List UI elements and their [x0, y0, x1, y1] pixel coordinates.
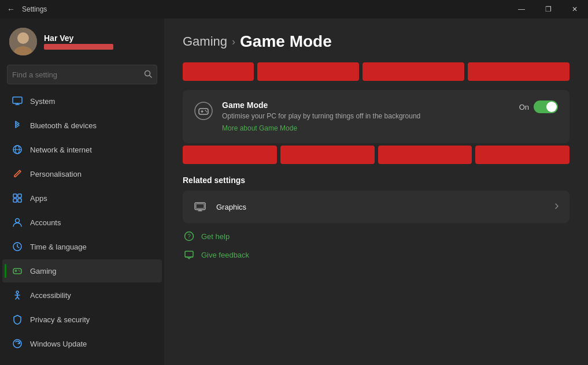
sidebar-item-bluetooth[interactable]: Bluetooth & devices: [2, 114, 162, 137]
app-title: Settings: [22, 5, 47, 13]
sidebar: Har Vey System: [0, 18, 164, 365]
redacted-block-4: [475, 146, 569, 164]
tab-redacted-1[interactable]: [183, 62, 254, 81]
game-mode-toggle[interactable]: [534, 100, 558, 113]
page-title: Game Mode: [240, 32, 332, 51]
svg-text:?: ?: [187, 233, 191, 240]
network-icon: [12, 144, 23, 155]
sidebar-item-privacy[interactable]: Privacy & security: [2, 308, 162, 331]
help-links: ? Get help Give feedback: [183, 230, 569, 261]
svg-rect-5: [13, 97, 22, 103]
update-icon: [12, 338, 23, 349]
breadcrumb-separator: ›: [232, 36, 235, 48]
update-label: Windows Update: [30, 340, 87, 348]
apps-label: Apps: [30, 194, 47, 203]
maximize-button[interactable]: ❐: [535, 0, 561, 18]
svg-point-20: [19, 270, 20, 271]
game-mode-title: Game Mode: [222, 100, 510, 110]
search-icon: [144, 70, 152, 80]
get-help-icon: ?: [183, 230, 195, 243]
personalisation-label: Personalisation: [30, 170, 82, 178]
game-mode-desc: Optimise your PC for play by turning thi…: [222, 112, 510, 120]
game-mode-icon: [194, 102, 213, 120]
sidebar-item-accessibility[interactable]: Accessibility: [2, 284, 162, 307]
graphics-label: Graphics: [216, 203, 553, 211]
minimize-button[interactable]: —: [508, 0, 535, 18]
privacy-label: Privacy & security: [30, 315, 90, 324]
search-box[interactable]: [7, 65, 157, 84]
sidebar-item-accounts[interactable]: Accounts: [2, 211, 162, 234]
gaming-label: Gaming: [30, 267, 57, 275]
graphics-item[interactable]: Graphics: [183, 191, 569, 223]
game-mode-card: Game Mode Optimise your PC for play by t…: [183, 90, 569, 143]
redacted-block-1: [183, 146, 277, 164]
graphics-icon: [192, 199, 208, 215]
search-input[interactable]: [12, 70, 144, 79]
tab-redacted-2[interactable]: [257, 62, 359, 81]
sidebar-item-update[interactable]: Windows Update: [2, 332, 162, 355]
user-email-redacted: [44, 44, 113, 50]
tabs-row: [183, 62, 569, 81]
svg-point-15: [16, 219, 20, 223]
svg-point-21: [19, 271, 20, 272]
accessibility-icon: [12, 289, 23, 301]
svg-rect-40: [185, 251, 193, 257]
redacted-block-3: [378, 146, 472, 164]
get-help-link[interactable]: ? Get help: [183, 230, 569, 243]
give-feedback-label: Give feedback: [201, 251, 249, 259]
get-help-label: Get help: [201, 232, 230, 241]
avatar-image: [9, 28, 37, 55]
bluetooth-icon: [12, 120, 23, 131]
svg-rect-12: [18, 194, 21, 198]
accounts-label: Accounts: [30, 218, 61, 227]
close-button[interactable]: ✕: [561, 0, 588, 18]
apps-icon: [12, 192, 23, 204]
system-label: System: [30, 97, 55, 106]
sidebar-item-gaming[interactable]: Gaming: [2, 259, 162, 282]
network-label: Network & internet: [30, 146, 92, 154]
game-mode-content: Game Mode Optimise your PC for play by t…: [194, 100, 558, 133]
gaming-icon: [12, 265, 23, 277]
game-mode-info: Game Mode Optimise your PC for play by t…: [222, 100, 510, 133]
svg-rect-14: [18, 199, 21, 202]
sidebar-item-network[interactable]: Network & internet: [2, 138, 162, 161]
svg-line-26: [17, 297, 19, 299]
sidebar-item-personalisation[interactable]: Personalisation: [2, 162, 162, 185]
toggle-knob: [546, 102, 557, 112]
related-settings-title: Related settings: [183, 176, 569, 185]
title-bar-left: ← Settings: [7, 5, 47, 14]
back-button[interactable]: ←: [7, 5, 15, 14]
tab-redacted-3[interactable]: [363, 62, 464, 81]
user-section[interactable]: Har Vey: [0, 18, 164, 62]
redacted-block-2: [280, 146, 375, 164]
user-info: Har Vey: [44, 33, 113, 50]
personalisation-icon: [12, 168, 23, 180]
give-feedback-link[interactable]: Give feedback: [183, 248, 569, 261]
svg-point-1: [17, 32, 29, 44]
sidebar-item-apps[interactable]: Apps: [2, 187, 162, 210]
title-bar-controls: — ❐ ✕: [508, 0, 588, 18]
breadcrumb-parent[interactable]: Gaming: [183, 34, 227, 49]
toggle-area: On: [519, 100, 558, 113]
svg-point-33: [206, 111, 208, 113]
graphics-chevron: [553, 202, 560, 211]
give-feedback-icon: [183, 248, 195, 261]
svg-rect-17: [13, 269, 21, 274]
time-label: Time & language: [30, 243, 87, 251]
tab-redacted-4[interactable]: [468, 62, 569, 81]
toggle-label: On: [519, 103, 529, 111]
breadcrumb: Gaming › Game Mode: [183, 32, 569, 51]
app-body: Har Vey System: [0, 18, 588, 365]
user-name: Har Vey: [44, 33, 113, 43]
svg-point-28: [195, 102, 212, 120]
sidebar-item-time[interactable]: Time & language: [2, 235, 162, 258]
accessibility-label: Accessibility: [30, 291, 71, 300]
system-icon: [12, 95, 23, 107]
svg-rect-13: [13, 199, 17, 202]
svg-rect-35: [196, 204, 204, 208]
game-mode-more-link[interactable]: More about Game Mode: [222, 124, 297, 132]
sidebar-item-system[interactable]: System: [2, 90, 162, 113]
privacy-icon: [12, 314, 23, 325]
accounts-icon: [12, 217, 23, 228]
svg-rect-11: [13, 194, 17, 198]
